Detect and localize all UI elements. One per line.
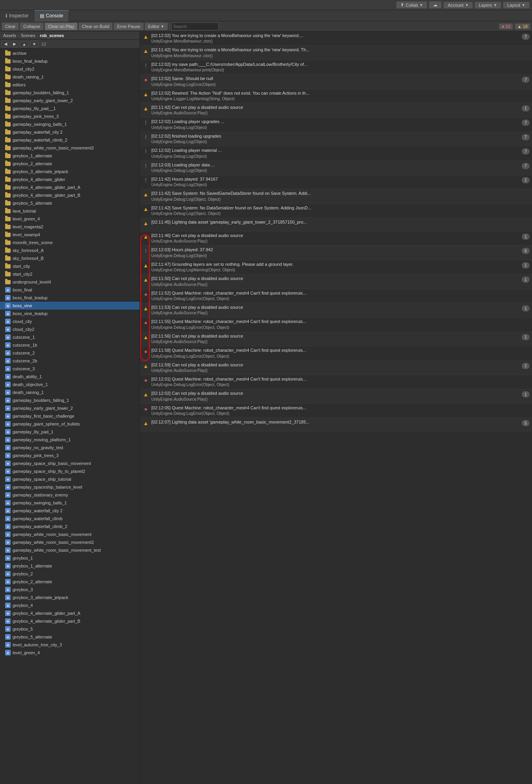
- scene-item[interactable]: greybox_3: [0, 586, 140, 594]
- folder-item[interactable]: sky_fortress4_A: [0, 246, 140, 254]
- console-item[interactable]: ▲ [02:12:02] Rewired: The Action "Null" …: [140, 89, 532, 103]
- console-item[interactable]: ▲ [02:11:42] You are trying to create a …: [140, 46, 532, 60]
- console-item[interactable]: ▲ [02:11:56] Can not play a disabled aud…: [140, 332, 532, 346]
- scene-item[interactable]: death_objective_1: [0, 381, 140, 388]
- console-item[interactable]: ● [02:11:55] Quest Machine: robot_charac…: [140, 317, 532, 332]
- tab-inspector[interactable]: ℹ Inspector: [0, 10, 34, 21]
- clear-button[interactable]: Clear: [2, 22, 19, 30]
- console-item[interactable]: ! [02:11:42] Hours played: 37.94167 Unit…: [140, 175, 532, 189]
- console-item[interactable]: ▲ [02:11:50] Can not play a disabled aud…: [140, 274, 532, 289]
- scene-item[interactable]: gameplay_moving_platform_1: [0, 436, 140, 444]
- scene-item[interactable]: gameplay_boulders_falling_1: [0, 396, 140, 404]
- folder-item[interactable]: gameplay_white_room_basic_movement2: [0, 144, 140, 152]
- console-item[interactable]: ▲ [02:11:47] Grounding layers are set to…: [140, 260, 532, 274]
- scene-item[interactable]: level_green_4: [0, 649, 140, 657]
- scene-item[interactable]: gameplay_space_ship_basic_movement: [0, 459, 140, 467]
- console-item[interactable]: ● [02:12:01] Quest Machine: robot_charac…: [140, 375, 532, 389]
- folder-item[interactable]: start_city: [0, 262, 140, 270]
- tab-console[interactable]: ▤ Console: [34, 10, 69, 21]
- folder-item[interactable]: greybox_4_alternate_glider_part_B: [0, 191, 140, 199]
- folder-item[interactable]: greybox_3_alternate_jetpack: [0, 168, 140, 175]
- scene-item[interactable]: cloud_city2: [0, 325, 140, 333]
- scene-item[interactable]: gameplay_white_room_basic_movement_test: [0, 546, 140, 554]
- scene-item[interactable]: greybox_4_alternate_glider_part_A: [0, 609, 140, 617]
- console-item[interactable]: ▲ [02:11:53] Can not play a disabled aud…: [140, 303, 532, 317]
- scene-item[interactable]: gameplay_waterfall_climb: [0, 515, 140, 523]
- folder-item[interactable]: gameplay_early_giant_tower_2: [0, 97, 140, 105]
- cloud-button[interactable]: ☁: [429, 1, 442, 9]
- scene-item[interactable]: cutscene_1b: [0, 341, 140, 349]
- scene-item[interactable]: greybox_2_alternate: [0, 578, 140, 586]
- warn-badge[interactable]: ▲ 18: [515, 23, 530, 30]
- scene-item[interactable]: gameplay_first_basic_challenge: [0, 412, 140, 420]
- scene-item[interactable]: boss_final_leadup: [0, 294, 140, 302]
- folder-item[interactable]: sky_fortress4_B: [0, 254, 140, 262]
- console-item[interactable]: ▲ [02:11:46] Can not play a disabled aud…: [140, 231, 532, 246]
- console-item[interactable]: ▲ [02:12:02] Can not play a disabled aud…: [140, 389, 532, 403]
- scene-item[interactable]: gameplay_swinging_balls_1: [0, 499, 140, 507]
- scene-item[interactable]: gameplay_pink_trees_3: [0, 452, 140, 459]
- clear-on-build-button[interactable]: Clear on Build: [78, 22, 113, 30]
- scene-item[interactable]: greybox_5: [0, 625, 140, 633]
- folder-item[interactable]: greybox_5_alternate: [0, 199, 140, 207]
- folder-item[interactable]: greybox_2_alternate: [0, 160, 140, 168]
- scene-item[interactable]: gameplay_waterfall_city 2: [0, 507, 140, 515]
- console-item[interactable]: ▲ [02:11:59] Can not play a disabled aud…: [140, 361, 532, 375]
- folder-item[interactable]: lava_tutorial: [0, 207, 140, 215]
- scene-item[interactable]: gameplay_space_ship_fly_to_planet2: [0, 467, 140, 475]
- scene-item[interactable]: gameplay_no_gravity_test: [0, 444, 140, 452]
- scene-item[interactable]: boss_final: [0, 286, 140, 294]
- scene-item[interactable]: gameplay_space_ship_tutorial: [0, 475, 140, 483]
- scene-item[interactable]: gameplay_white_room_basic_movement: [0, 530, 140, 538]
- scene-item[interactable]: gameplay_giant_sphere_of_bullets: [0, 420, 140, 428]
- folder-item[interactable]: level_green_4: [0, 215, 140, 223]
- scene-item[interactable]: cutscene_2b: [0, 357, 140, 365]
- folder-item[interactable]: greybox_4_alternate_glider: [0, 175, 140, 183]
- folder-item[interactable]: start_city2: [0, 270, 140, 278]
- account-button[interactable]: Account ▼: [443, 2, 473, 9]
- scene-item[interactable]: gameplay_lily_pad_1: [0, 428, 140, 436]
- breadcrumb-rob-scenes[interactable]: rob_scenes: [40, 33, 64, 38]
- scene-item[interactable]: greybox_1_alternate: [0, 562, 140, 570]
- breadcrumb-scenes[interactable]: Scenes: [21, 33, 35, 38]
- console-item[interactable]: ▲ [02:11:45] Lighting data asset 'gamepl…: [140, 218, 532, 231]
- folder-item[interactable]: archive: [0, 49, 140, 57]
- folder-item[interactable]: gameplay_boulders_falling_1: [0, 89, 140, 97]
- folder-item[interactable]: greybox_4_alternate_glider_part_A: [0, 183, 140, 191]
- folder-item[interactable]: gameplay_waterfall_city 2: [0, 128, 140, 136]
- search-input[interactable]: [171, 22, 219, 30]
- scene-item[interactable]: death_ability_1: [0, 373, 140, 381]
- console-item[interactable]: ▲ [02:11:42] Save System: No DataSeriali…: [140, 204, 532, 218]
- folder-item[interactable]: gameplay_lily_pad__1: [0, 105, 140, 112]
- scene-item[interactable]: boss_vine_leadup: [0, 310, 140, 317]
- folder-item[interactable]: underground_level4: [0, 278, 140, 286]
- console-item[interactable]: ! [02:12:02] finished loading upgrades U…: [140, 132, 532, 146]
- console-item[interactable]: ● [02:12:05] Quest Machine: robot_charac…: [140, 404, 532, 418]
- forward-button[interactable]: ▶: [11, 41, 19, 47]
- folder-item[interactable]: gameplay_pink_trees_3: [0, 112, 140, 120]
- console-item[interactable]: ▲ [02:12:07] Lighting data asset 'gamepl…: [140, 418, 532, 431]
- scene-item[interactable]: gameplay_early_giant_tower_2: [0, 404, 140, 412]
- folder-item[interactable]: editors: [0, 81, 140, 89]
- console-item[interactable]: ! [02:12:02] Loading player upgrades ...…: [140, 118, 532, 132]
- layout-button[interactable]: Layout ▼: [503, 2, 530, 9]
- folder-item[interactable]: greybox_1_alternate: [0, 152, 140, 160]
- scene-item[interactable]: greybox_5_alternate: [0, 633, 140, 641]
- clear-on-play-button[interactable]: Clear on Play: [45, 22, 78, 30]
- console-item[interactable]: ▲ [02:11:42] Save System: No SavedGameDa…: [140, 189, 532, 203]
- layers-button[interactable]: Layers ▼: [474, 2, 501, 9]
- scene-item[interactable]: cutscene_3: [0, 365, 140, 373]
- editor-dropdown-button[interactable]: Editor ▼: [145, 22, 168, 30]
- folder-item[interactable]: level_magenta2: [0, 223, 140, 231]
- breadcrumb-assets[interactable]: Assets: [3, 33, 16, 38]
- scene-item[interactable]: greybox_4: [0, 601, 140, 609]
- scene-item[interactable]: greybox_3_alternate_jetpack: [0, 594, 140, 601]
- up-button[interactable]: ▲: [20, 41, 29, 47]
- scene-item[interactable]: greybox_2: [0, 570, 140, 578]
- console-item[interactable]: ● [02:11:52] Quest Machine: robot_charac…: [140, 289, 532, 303]
- folder-item[interactable]: death_raining_1: [0, 73, 140, 81]
- console-item[interactable]: ● [02:12:02] Same. Should be null UnityE…: [140, 75, 532, 89]
- error-badge[interactable]: ● 16: [499, 23, 513, 30]
- folder-item[interactable]: moonlit_trees_scene: [0, 239, 140, 246]
- scene-item[interactable]: cutscene_2: [0, 349, 140, 357]
